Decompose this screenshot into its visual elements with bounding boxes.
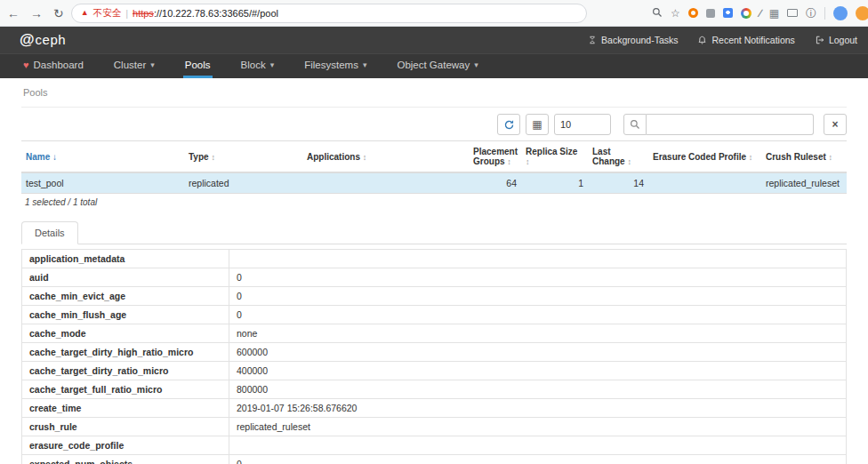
chevron-down-icon: ▾ [270, 60, 275, 69]
details-row: application_metadata [22, 250, 847, 268]
table-toolbar: ▦ × [21, 114, 847, 135]
background-tasks-button[interactable]: Background-Tasks [588, 35, 678, 45]
col-crush-ruleset-label: Crush Ruleset [766, 152, 826, 162]
col-replica-size[interactable]: Replica Size ↕ [521, 141, 588, 173]
icons-separator [824, 7, 825, 20]
details-row: auid0 [22, 268, 847, 287]
clear-search-button[interactable]: × [824, 114, 847, 135]
nav-cluster[interactable]: Cluster ▾ [112, 54, 157, 78]
cell-erasure-coded-profile [648, 172, 761, 194]
cell-crush-ruleset: replicated_ruleset [761, 172, 847, 194]
detail-key: cache_min_evict_age [22, 287, 229, 306]
details-row: cache_modenone [22, 324, 847, 343]
url-path: ://10.222.78.63:33665/#/pool [154, 8, 278, 19]
search-icon[interactable] [623, 114, 647, 135]
extension-icon-blue[interactable] [723, 8, 733, 18]
detail-value: 0 [229, 268, 847, 287]
details-row: erasure_code_profile [22, 436, 847, 455]
chevron-down-icon: ▾ [150, 60, 155, 69]
pools-table: Name ↓ Type ↕ Applications ↕ Placement G… [21, 140, 847, 194]
details-row: expected_num_objects0 [22, 455, 847, 464]
header-actions: Background-Tasks Recent Notifications Lo… [588, 35, 857, 45]
details-row: cache_target_dirty_ratio_micro400000 [22, 362, 847, 380]
sort-icon: ↕ [829, 153, 833, 162]
details-table: application_metadata auid0 cache_min_evi… [21, 249, 847, 464]
col-erasure-coded-profile[interactable]: Erasure Coded Profile ↕ [648, 141, 761, 173]
grid-extension-icon[interactable]: ▦ [769, 8, 779, 19]
reload-icon[interactable]: ↻ [53, 7, 64, 20]
browser-toolbar: ← → ↻ ▲ 不安全 | https://10.222.78.63:33665… [0, 0, 868, 27]
details-row: create_time2019-01-07 15:26:58.676620 [22, 399, 847, 418]
search-group [623, 114, 814, 135]
pools-panel: ▦ × Name ↓ Type ↕ Applications ↕ [21, 107, 847, 207]
col-placement-groups[interactable]: Placement Groups ↕ [469, 141, 521, 173]
ceph-logo-text: ceph [36, 32, 67, 47]
col-erasure-coded-profile-label: Erasure Coded Profile [653, 152, 746, 162]
browser-extensions-area: ☆ ∕ ▦ ⓘ [594, 5, 861, 21]
bookmark-star-icon[interactable]: ☆ [671, 8, 680, 19]
logout-label: Logout [829, 35, 857, 45]
chevron-down-icon: ▾ [474, 60, 478, 69]
monitor-icon[interactable] [787, 9, 798, 17]
url-text: https://10.222.78.63:33665/#/pool [133, 8, 278, 19]
nav-cluster-label: Cluster [114, 60, 146, 70]
browser-nav-buttons: ← → ↻ [7, 7, 64, 20]
extension-icon-rainbow[interactable] [741, 8, 751, 19]
security-warning-label: 不安全 [93, 7, 122, 20]
nav-object-gateway[interactable]: Object Gateway ▾ [395, 54, 479, 78]
detail-value [229, 250, 847, 268]
detail-key: erasure_code_profile [22, 436, 229, 455]
extension-icon-orange[interactable] [688, 8, 698, 18]
tab-details[interactable]: Details [21, 221, 78, 244]
main-nav: ♥ Dashboard Cluster ▾ Pools Block ▾ File… [0, 53, 868, 78]
security-warning-icon: ▲ [81, 9, 89, 17]
back-icon[interactable]: ← [7, 7, 20, 20]
page-size-input[interactable] [554, 114, 611, 135]
info-icon[interactable]: ⓘ [806, 8, 816, 19]
nav-pools[interactable]: Pools [183, 54, 213, 78]
chevron-down-icon: ▾ [363, 60, 367, 69]
zoom-search-icon[interactable] [652, 5, 663, 21]
address-separator: | [125, 8, 128, 19]
sort-icon: ↕ [627, 157, 631, 166]
profile-avatar[interactable] [833, 6, 848, 20]
detail-value: replicated_ruleset [229, 418, 847, 436]
detail-key: cache_target_dirty_ratio_micro [22, 362, 229, 380]
ceph-logo: @ ceph [20, 31, 66, 49]
nav-dashboard-label: Dashboard [34, 60, 84, 70]
detail-key: cache_target_full_ratio_micro [22, 380, 229, 399]
logout-button[interactable]: Logout [815, 35, 857, 45]
address-bar[interactable]: ▲ 不安全 | https://10.222.78.63:33665/#/poo… [71, 4, 587, 23]
cell-last-change: 14 [588, 172, 648, 194]
detail-key: create_time [22, 399, 229, 418]
url-protocol-struck: https [133, 8, 154, 19]
column-toggle-button[interactable]: ▦ [526, 114, 549, 135]
cell-replica-size: 1 [521, 172, 588, 194]
sort-active-icon: ↓ [52, 152, 57, 162]
nav-block[interactable]: Block ▾ [239, 54, 277, 78]
detail-value: 0 [229, 455, 847, 464]
notifications-label: Recent Notifications [711, 35, 794, 45]
nav-filesystems-label: Filesystems [304, 60, 358, 70]
col-name[interactable]: Name ↓ [21, 141, 184, 173]
search-input[interactable] [647, 114, 814, 135]
pencil-icon[interactable]: ∕ [760, 8, 761, 19]
col-applications[interactable]: Applications ↕ [302, 141, 469, 173]
details-row: cache_target_full_ratio_micro800000 [22, 380, 847, 399]
forward-icon[interactable]: → [30, 7, 43, 20]
sort-icon: ↕ [749, 153, 753, 162]
col-crush-ruleset[interactable]: Crush Ruleset ↕ [761, 141, 847, 173]
refresh-button[interactable] [497, 114, 520, 135]
pool-row-test-pool[interactable]: test_pool replicated 64 1 14 replicated_… [21, 172, 847, 194]
details-row: cache_min_evict_age0 [22, 287, 847, 306]
col-type[interactable]: Type ↕ [184, 141, 302, 173]
sort-icon: ↕ [363, 153, 367, 162]
detail-key: crush_rule [22, 418, 229, 436]
col-last-change[interactable]: Last Change ↕ [588, 141, 648, 173]
extension-icon-gray[interactable] [706, 9, 715, 18]
nav-filesystems[interactable]: Filesystems ▾ [302, 54, 368, 78]
clipped-browser-icon[interactable] [856, 6, 868, 20]
detail-value: 2019-01-07 15:26:58.676620 [229, 399, 847, 418]
nav-dashboard[interactable]: ♥ Dashboard [21, 54, 85, 78]
notifications-button[interactable]: Recent Notifications [697, 35, 794, 45]
